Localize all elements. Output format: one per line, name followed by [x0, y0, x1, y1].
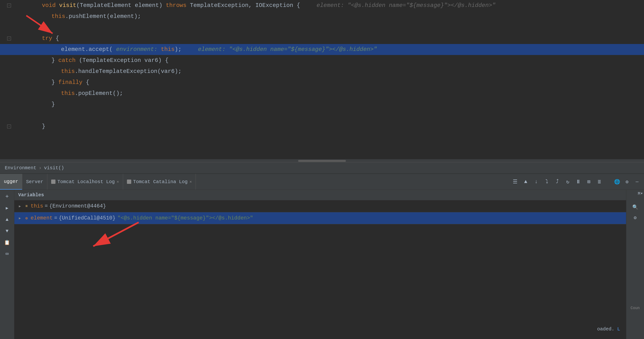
var-row-element[interactable]: ▶ ⊙ element = {UnifiedCall@4510} "<@s.hi…: [14, 212, 626, 224]
toolbar-icon-step-out[interactable]: ⤴: [553, 177, 562, 186]
loaded-text: oaded. L: [597, 326, 620, 332]
tab-label-debugger: ugger: [4, 179, 18, 184]
sidebar-btn-clipboard[interactable]: 📋: [2, 238, 12, 247]
code-line-2: this.pushElement(element);: [0, 11, 644, 22]
var-name-this: this: [30, 203, 43, 209]
var-icon-this: ≡: [24, 204, 29, 209]
tab-close-tomcat-catalina[interactable]: ✕: [190, 179, 192, 184]
tab-tomcat-catalina[interactable]: Tomcat Catalina Log ✕: [123, 174, 196, 190]
sidebar-btn-expand[interactable]: ▶: [2, 203, 12, 213]
code-line-7: this.handleTemplateException(var6);: [0, 66, 644, 77]
breadcrumb-bar: Environment › visit(): [0, 162, 644, 174]
count-label: Coun: [630, 306, 640, 310]
toolbar-icon-breakpoint[interactable]: ⏸: [574, 177, 583, 186]
right-sidebar: M ▼ 🔍 ⚙ Coun: [626, 190, 644, 339]
tab-server[interactable]: Server: [22, 174, 47, 190]
settings-icon-btn[interactable]: ⚙: [630, 213, 640, 222]
var-name-element: element: [30, 215, 52, 221]
toolbar-icon-step-into[interactable]: ⤵: [542, 177, 551, 186]
variables-header: Variables: [14, 190, 626, 200]
tab-close-tomcat-localhost[interactable]: ✕: [117, 179, 119, 184]
code-line-10: }: [0, 99, 644, 110]
left-sidebar: + ▶ ▲ ▼ 📋 ∞: [0, 190, 14, 339]
toolbar-icon-gear[interactable]: ⚙: [622, 177, 632, 186]
var-expand-element[interactable]: ▶: [17, 216, 22, 221]
toolbar-icon-minimize[interactable]: —: [632, 177, 642, 186]
var-equals-element: =: [54, 215, 57, 221]
toolbar-icon-down[interactable]: ↓: [532, 177, 541, 186]
m-label-area[interactable]: M ▼: [638, 191, 642, 196]
breadcrumb-item-environment: Environment: [5, 165, 36, 171]
tab-label-server: Server: [26, 179, 43, 184]
var-value-this: {Environment@4464}: [49, 203, 106, 209]
tab-tomcat-localhost[interactable]: Tomcat Localhost Log ✕: [47, 174, 123, 190]
var-row-this[interactable]: ▶ ≡ this = {Environment@4464}: [14, 200, 626, 212]
var-expand-this[interactable]: ▶: [17, 204, 22, 209]
breadcrumb-item-visit: visit(): [44, 165, 64, 171]
m-dropdown-icon: ▼: [641, 192, 642, 195]
breadcrumb-separator: ›: [39, 165, 42, 171]
tab-label-tomcat-catalina: Tomcat Catalina Log: [133, 179, 188, 184]
variables-main: Variables ▶ ≡ this = {Environment@4464} …: [14, 190, 626, 339]
fold-icon-12[interactable]: −: [7, 124, 11, 128]
toolbar-icon-table[interactable]: ⊞: [584, 177, 593, 186]
var-equals-this: =: [45, 203, 48, 209]
code-line-12: − }: [0, 121, 644, 132]
sidebar-btn-down-arrow[interactable]: ▼: [2, 226, 12, 236]
var-value-element: {UnifiedCall@4510}: [59, 215, 116, 221]
sidebar-btn-up-arrow[interactable]: ▲: [2, 215, 12, 224]
toolbar-icon-settings[interactable]: ≣: [595, 177, 604, 186]
variables-panel: + ▶ ▲ ▼ 📋 ∞ Variables ▶ ≡ this = {Enviro…: [0, 190, 644, 339]
variables-title: Variables: [18, 192, 44, 198]
toolbar-icon-globe[interactable]: 🌐: [612, 177, 622, 186]
debugger-toolbar: ugger Server Tomcat Localhost Log ✕ Tomc…: [0, 174, 644, 190]
code-text-12: }: [14, 110, 46, 143]
code-editor: − void visit(TemplateElement element) th…: [0, 0, 644, 162]
m-label-text: M: [638, 191, 640, 196]
sidebar-btn-infinity[interactable]: ∞: [2, 249, 12, 259]
search-icon-btn[interactable]: 🔍: [630, 202, 640, 212]
tab-debugger[interactable]: ugger: [0, 174, 22, 190]
sidebar-btn-add[interactable]: +: [2, 192, 12, 201]
toolbar-icon-list[interactable]: ☰: [510, 177, 520, 186]
code-line-11: [0, 110, 644, 121]
var-icon-element: ⊙: [24, 216, 29, 221]
toolbar-icon-refresh[interactable]: ↻: [563, 177, 572, 186]
var-string-element: "<@s.hidden name="${message}"></@s.hidde…: [117, 215, 253, 221]
fold-icon-1[interactable]: −: [7, 4, 11, 8]
tab-label-tomcat-localhost: Tomcat Localhost Log: [57, 179, 115, 184]
toolbar-icon-up[interactable]: ▲: [521, 177, 530, 186]
code-line-9: this.popElement();: [0, 88, 644, 99]
